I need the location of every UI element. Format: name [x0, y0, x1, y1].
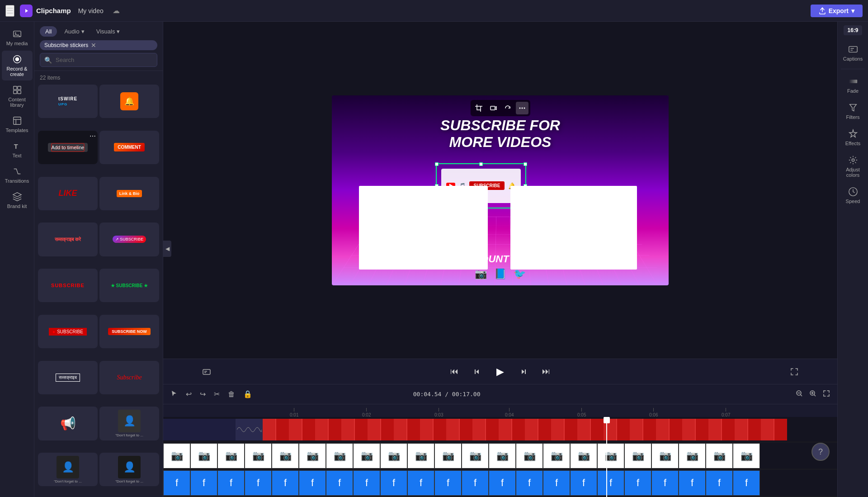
sidebar-item-record[interactable]: Record & create: [2, 51, 33, 80]
sticker-tile[interactable]: 📷: [163, 443, 190, 469]
sticker-tile[interactable]: 📷: [543, 443, 570, 469]
sticker-item[interactable]: 👤 "Don't forget to ...: [99, 407, 159, 440]
sticker-tile[interactable]: 📷: [245, 443, 272, 469]
sidebar-item-brand[interactable]: Brand kit: [2, 188, 33, 213]
aspect-ratio-display[interactable]: 16:9: [844, 25, 862, 35]
lock-button[interactable]: 🔒: [241, 388, 254, 400]
sidebar-item-my-media[interactable]: My media: [2, 25, 33, 50]
zoom-in-button[interactable]: [807, 388, 818, 401]
sticker-item[interactable]: COMMENT: [99, 131, 159, 164]
play-pause-button[interactable]: ▶: [494, 363, 507, 380]
sticker-tile[interactable]: f: [733, 470, 760, 496]
video-settings-button[interactable]: [487, 102, 500, 114]
sticker-tile[interactable]: 📷: [516, 443, 543, 469]
sticker-item[interactable]: 📢: [38, 407, 98, 440]
captions-toggle[interactable]: [199, 364, 214, 379]
sidebar-item-transitions[interactable]: Transitions: [2, 163, 33, 187]
sticker-tile[interactable]: f: [489, 470, 516, 496]
sticker-tile[interactable]: 📷: [353, 443, 380, 469]
select-tool[interactable]: [169, 388, 179, 401]
fade-panel-item[interactable]: Fade: [840, 73, 867, 97]
sticker-tile[interactable]: f: [679, 470, 706, 496]
forward-button[interactable]: [516, 364, 530, 379]
crop-button[interactable]: [472, 102, 485, 114]
sticker-item[interactable]: Subscribe: [99, 361, 159, 394]
sticker-item[interactable]: LIKE: [38, 177, 98, 210]
sticker-tile[interactable]: f: [407, 470, 434, 496]
sticker-item[interactable]: SUBSCRIBE: [38, 269, 98, 302]
more-options-button[interactable]: [516, 102, 528, 114]
fullscreen-button[interactable]: [788, 365, 801, 379]
sticker-item[interactable]: SUBSCRIBE ⋯ Add to timeline: [38, 131, 98, 164]
sticker-item[interactable]: ↗ SUBSCRIBE: [99, 222, 159, 256]
sticker-tile[interactable]: 📷: [434, 443, 462, 469]
sticker-tile[interactable]: 📷: [597, 443, 624, 469]
sticker-item[interactable]: 🔔: [99, 85, 159, 118]
sticker-tile[interactable]: f: [326, 470, 353, 496]
sticker-tile[interactable]: 📷: [299, 443, 326, 469]
sticker-tile[interactable]: f: [353, 470, 380, 496]
skip-to-end-button[interactable]: ⏭: [539, 364, 553, 379]
sidebar-item-content-library[interactable]: Content library: [2, 81, 33, 111]
sticker-tile[interactable]: 📷: [190, 443, 217, 469]
sticker-tile[interactable]: f: [706, 470, 733, 496]
sticker-tile[interactable]: f: [380, 470, 407, 496]
sticker-item[interactable]: ★ SUBSCRIBE ★: [99, 269, 159, 302]
rotate-button[interactable]: [501, 102, 514, 114]
sticker-tile[interactable]: f: [651, 470, 679, 496]
speed-panel-item[interactable]: Speed: [840, 183, 867, 208]
sticker-tile[interactable]: f: [516, 470, 543, 496]
filter-audio[interactable]: Audio ▾: [60, 26, 89, 37]
sticker-tile[interactable]: 📷: [570, 443, 597, 469]
sticker-tile[interactable]: 📷: [489, 443, 516, 469]
export-button[interactable]: Export ▾: [811, 5, 863, 17]
filter-tag-close[interactable]: ✕: [91, 42, 96, 49]
collapse-panel-button[interactable]: ◀: [163, 241, 171, 257]
sticker-item[interactable]: सब्सक्राइब: [38, 361, 98, 394]
sticker-item[interactable]: Link & Bio: [99, 177, 159, 210]
sticker-item[interactable]: 👤 "Don't forget to ...: [99, 453, 159, 486]
sidebar-item-templates[interactable]: Templates: [2, 112, 33, 137]
sticker-tile[interactable]: 📷: [679, 443, 706, 469]
sticker-item[interactable]: सब्सक्राइब करे: [38, 222, 98, 256]
sticker-tile[interactable]: 📷: [380, 443, 407, 469]
skip-to-start-button[interactable]: ⏮: [448, 364, 461, 379]
filters-panel-item[interactable]: Filters: [840, 99, 867, 123]
sticker-tile[interactable]: 📷: [407, 443, 434, 469]
search-input[interactable]: [40, 53, 157, 67]
sticker-tile[interactable]: f: [299, 470, 326, 496]
sidebar-item-text[interactable]: T Text: [2, 137, 33, 162]
rewind-button[interactable]: [470, 364, 485, 379]
sticker-item[interactable]: ● SUBSCRIBE: [38, 315, 98, 348]
sticker-tile[interactable]: f: [597, 470, 624, 496]
filter-visuals[interactable]: Visuals ▾: [92, 26, 125, 37]
captions-panel-item[interactable]: Captions: [840, 41, 867, 65]
undo-button[interactable]: ↩: [184, 388, 193, 400]
redo-button[interactable]: ↪: [198, 388, 208, 400]
fit-timeline-button[interactable]: [821, 388, 832, 401]
sticker-tile[interactable]: 📷: [272, 443, 299, 469]
cut-button[interactable]: ✂: [212, 388, 222, 400]
sticker-tile[interactable]: f: [624, 470, 651, 496]
sticker-tile[interactable]: 📷: [326, 443, 353, 469]
sticker-item[interactable]: 👤 "Don't forget to ...: [38, 453, 98, 486]
sticker-tile[interactable]: f: [217, 470, 245, 496]
sticker-tile[interactable]: f: [245, 470, 272, 496]
sticker-tile[interactable]: 📷: [733, 443, 760, 469]
sticker-tile[interactable]: f: [272, 470, 299, 496]
help-button[interactable]: ?: [811, 443, 830, 461]
sticker-tile[interactable]: f: [543, 470, 570, 496]
more-options-icon[interactable]: ⋯: [90, 133, 96, 140]
sticker-tile[interactable]: 📷: [624, 443, 651, 469]
main-clip[interactable]: [163, 419, 787, 440]
sticker-item[interactable]: SUBSCRIBE NOW: [99, 315, 159, 348]
sticker-tile[interactable]: 📷: [217, 443, 245, 469]
sticker-tile[interactable]: f: [462, 470, 489, 496]
sticker-tile[interactable]: f: [434, 470, 462, 496]
hamburger-menu[interactable]: ☰: [5, 5, 14, 17]
filter-all[interactable]: All: [40, 26, 57, 37]
zoom-out-button[interactable]: [794, 388, 805, 401]
project-name[interactable]: My video: [78, 7, 104, 14]
timeline-playhead[interactable]: [606, 417, 607, 497]
sticker-tile[interactable]: 📷: [462, 443, 489, 469]
